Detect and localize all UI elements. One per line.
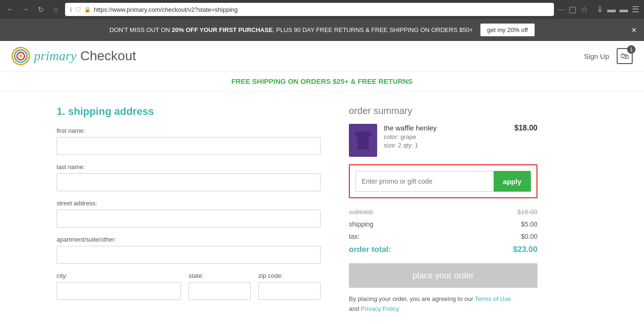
product-shirt-icon bbox=[354, 129, 372, 152]
promo-text: DON'T MISS OUT ON 20% OFF YOUR FIRST PUR… bbox=[109, 26, 473, 33]
pocket-icon[interactable]: ▢ bbox=[569, 4, 577, 15]
promo-suffix: , PLUS 90 DAY FREE RETURNS & FREE SHIPPI… bbox=[273, 26, 473, 33]
total-label: order total: bbox=[349, 245, 391, 254]
checkout-form: 1. shipping address first name: last nam… bbox=[57, 105, 321, 314]
browser-chrome: ← → ↻ ⌂ ℹ 🛡 🔒 https://www.primary.com/ch… bbox=[0, 0, 644, 19]
promo-input-row: apply bbox=[355, 171, 531, 192]
first-name-label: first name: bbox=[57, 127, 321, 134]
product-row: the waffle henley color: grape size: 2 q… bbox=[349, 124, 537, 157]
promo-banner: DON'T MISS OUT ON 20% OFF YOUR FIRST PUR… bbox=[0, 19, 644, 41]
promo-code-input[interactable] bbox=[355, 171, 494, 192]
state-input[interactable] bbox=[189, 282, 251, 300]
library-icon[interactable]: ▬ bbox=[607, 5, 616, 15]
city-label: city: bbox=[57, 272, 181, 279]
tax-label: tax: bbox=[349, 233, 360, 240]
shipping-label: shipping bbox=[349, 220, 373, 228]
logo-area: primary Checkout bbox=[11, 47, 136, 65]
main-content: 1. shipping address first name: last nam… bbox=[0, 91, 644, 324]
apt-label: apartment/suite/other: bbox=[57, 236, 321, 243]
subtotal-value: $18.00 bbox=[517, 208, 537, 216]
terms-text-prefix: By placing your order, you are agreeing … bbox=[349, 295, 475, 302]
tax-row: tax: $0.00 bbox=[349, 230, 537, 243]
info-icon: ℹ bbox=[70, 6, 72, 13]
star-icon[interactable]: ☆ bbox=[580, 4, 588, 15]
cart-badge: 1 bbox=[627, 45, 636, 54]
close-banner-button[interactable]: × bbox=[631, 25, 636, 35]
zip-group: zip code: bbox=[258, 272, 321, 300]
shield-icon: 🛡 bbox=[75, 6, 81, 13]
zip-input[interactable] bbox=[258, 282, 321, 300]
sign-up-link[interactable]: Sign Up bbox=[584, 52, 609, 60]
shipping-value: $5.00 bbox=[521, 220, 537, 228]
product-details: the waffle henley color: grape size: 2 q… bbox=[384, 124, 508, 149]
city-input[interactable] bbox=[57, 282, 181, 300]
street-input[interactable] bbox=[57, 210, 321, 227]
menu-dots[interactable]: ··· bbox=[558, 5, 565, 15]
state-label: state: bbox=[189, 272, 251, 279]
logo-text: primary bbox=[34, 49, 76, 64]
apt-group: apartment/suite/other: bbox=[57, 236, 321, 264]
product-price: $18.00 bbox=[514, 124, 537, 132]
address-bar[interactable]: ℹ 🛡 🔒 https://www.primary.com/checkout/v… bbox=[65, 3, 554, 16]
last-name-input[interactable] bbox=[57, 173, 321, 191]
order-summary-title: order summary bbox=[349, 105, 537, 116]
cart-button[interactable]: 🛍 1 bbox=[617, 48, 633, 64]
order-terms: By placing your order, you are agreeing … bbox=[349, 294, 537, 314]
header-right: Sign Up 🛍 1 bbox=[584, 48, 633, 64]
apt-input[interactable] bbox=[57, 246, 321, 264]
section-title: 1. shipping address bbox=[57, 105, 321, 118]
product-image bbox=[349, 124, 377, 157]
apply-button[interactable]: apply bbox=[494, 171, 531, 192]
tax-value: $0.00 bbox=[521, 233, 537, 240]
lock-icon: 🔒 bbox=[84, 6, 91, 13]
first-name-input[interactable] bbox=[57, 137, 321, 155]
promo-section: apply bbox=[349, 164, 537, 198]
url-text: https://www.primary.com/checkout/v2?stat… bbox=[94, 6, 238, 13]
product-color: color: grape bbox=[384, 133, 508, 140]
first-name-group: first name: bbox=[57, 127, 321, 155]
total-row: order total: $23.00 bbox=[349, 243, 537, 257]
browser-actions: ··· ▢ ☆ ⇓ ▬ ▬ ☰ bbox=[558, 4, 639, 15]
last-name-label: last name: bbox=[57, 163, 321, 170]
promo-bold: 20% OFF YOUR FIRST PURCHASE bbox=[172, 26, 272, 33]
privacy-policy-link[interactable]: Privacy Policy bbox=[361, 305, 399, 312]
zip-label: zip code: bbox=[258, 272, 321, 279]
checkout-label: Checkout bbox=[80, 49, 136, 64]
svg-point-3 bbox=[19, 55, 22, 57]
reader-icon[interactable]: ▬ bbox=[619, 5, 628, 15]
free-shipping-bar: FREE SHIPPING ON ORDERS $25+ & FREE RETU… bbox=[0, 72, 644, 91]
back-button[interactable]: ← bbox=[5, 4, 16, 15]
site-header: primary Checkout Sign Up 🛍 1 bbox=[0, 41, 644, 72]
city-state-zip-row: city: state: zip code: bbox=[57, 272, 321, 308]
terms-of-use-link[interactable]: Terms of Use bbox=[475, 295, 511, 302]
promo-prefix: DON'T MISS OUT ON bbox=[109, 26, 172, 33]
shipping-row: shipping $5.00 bbox=[349, 218, 537, 230]
logo-icon bbox=[11, 47, 30, 65]
subtotal-label: subtotal: bbox=[349, 208, 374, 216]
street-group: street address: bbox=[57, 200, 321, 227]
home-button[interactable]: ⌂ bbox=[50, 4, 61, 15]
subtotal-row: subtotal: $18.00 bbox=[349, 206, 537, 218]
total-value: $23.00 bbox=[513, 245, 537, 254]
download-icon[interactable]: ⇓ bbox=[596, 4, 603, 15]
hamburger-icon[interactable]: ☰ bbox=[632, 4, 639, 15]
product-name: the waffle henley bbox=[384, 124, 508, 132]
place-order-button[interactable]: place your order bbox=[349, 263, 537, 288]
product-size: size: 2 qty: 1 bbox=[384, 142, 508, 149]
cart-icon: 🛍 bbox=[620, 51, 629, 61]
promo-cta-button[interactable]: get my 20% off bbox=[480, 24, 534, 36]
and-text: and bbox=[349, 305, 361, 312]
reload-button[interactable]: ↻ bbox=[35, 4, 46, 15]
street-label: street address: bbox=[57, 200, 321, 207]
order-summary: order summary the waffle henley color: g… bbox=[349, 105, 537, 314]
city-group: city: bbox=[57, 272, 181, 300]
last-name-group: last name: bbox=[57, 163, 321, 191]
forward-button[interactable]: → bbox=[20, 4, 31, 15]
state-group: state: bbox=[189, 272, 251, 300]
